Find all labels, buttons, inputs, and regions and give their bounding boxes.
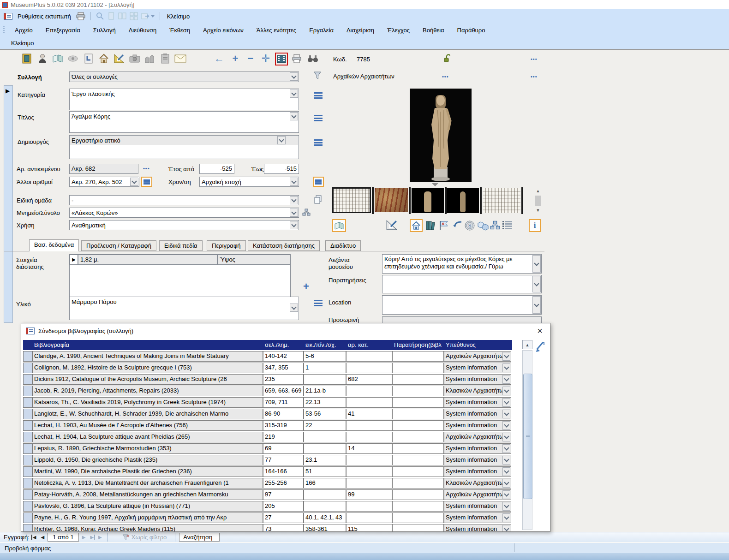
category-detail-icon[interactable] [314, 92, 323, 99]
row-selector[interactable] [23, 351, 32, 362]
cell-catalog[interactable] [346, 351, 392, 362]
cell-catalog[interactable] [346, 363, 392, 373]
goto-record-icon[interactable]: ✛ [260, 53, 272, 65]
cell-pages[interactable]: 73 [263, 524, 304, 532]
back-arrow-icon[interactable]: ← [213, 53, 225, 65]
cell-note[interactable] [392, 466, 444, 477]
dropdown-button[interactable] [532, 296, 541, 314]
dialog-table-scrollbar[interactable]: ▲ [522, 340, 532, 530]
cell-pages[interactable]: 347, 355 [263, 363, 304, 373]
scroll-thumb[interactable] [535, 196, 541, 206]
row-selector[interactable] [23, 386, 32, 396]
unlock-icon[interactable] [443, 54, 450, 63]
table-row[interactable]: Pavlovski, G. 1896, La Sculpture attique… [23, 501, 512, 512]
menu-item[interactable]: Επεξεργασία [39, 25, 87, 36]
last-record-button[interactable]: ▶ [89, 535, 95, 540]
dimension-row-selector[interactable]: ▶ [70, 255, 78, 265]
list-icon[interactable] [502, 220, 513, 230]
cell-note[interactable] [392, 397, 444, 408]
delete-record-icon[interactable]: − [245, 53, 257, 65]
dialog-title-bar[interactable]: Σύνδεσμοι βιβλιογραφίας (συλλογή) × [21, 323, 550, 338]
cell-responsible[interactable]: System information [444, 466, 511, 477]
cell-catalog[interactable] [346, 478, 392, 489]
header-note[interactable]: Παρατήρηση(βιβλ [392, 340, 444, 350]
cell-note[interactable] [392, 374, 444, 385]
close-button[interactable]: Κλείσιμο [165, 12, 192, 21]
year-to-field[interactable]: -515 [264, 164, 299, 174]
cell-catalog[interactable]: 682 [346, 374, 392, 385]
dropdown-button[interactable] [290, 178, 298, 186]
row-selector[interactable] [23, 466, 32, 477]
scroll-up-button[interactable]: ▲ [522, 340, 532, 349]
monument-combobox[interactable]: «Λάκκος Κορών» [69, 208, 299, 218]
cell-pages[interactable]: 255-256 [263, 478, 304, 489]
cell-pages[interactable]: 77 [263, 455, 304, 465]
cell-note[interactable] [392, 443, 444, 454]
object-number-ellipsis[interactable]: ••• [143, 166, 150, 171]
thumbnail-manuscript-selected[interactable] [332, 187, 371, 213]
dropdown-button[interactable] [502, 456, 510, 465]
table-row[interactable]: Collignon, M. 1892, Histoire de la Sculp… [23, 363, 512, 373]
menu-item[interactable]: Έκθεση [163, 25, 197, 36]
cell-responsible[interactable]: System information [444, 397, 511, 408]
cell-catalog[interactable] [346, 466, 392, 477]
image-archive-icon[interactable] [332, 219, 346, 232]
cell-bibliography[interactable]: Payne, H., G. R. Young 1997, Αρχαϊκή μαρ… [32, 512, 263, 523]
cell-responsible[interactable]: Αρχαϊκών Αρχαιοτήτων [444, 489, 511, 500]
row-selector[interactable] [23, 524, 32, 532]
row-selector[interactable] [23, 432, 32, 442]
add-record-icon[interactable]: + [229, 53, 241, 65]
thumbnail-statue-front[interactable] [412, 188, 444, 213]
tab-description[interactable]: Περιγραφή [207, 240, 246, 251]
cell-note[interactable] [392, 478, 444, 489]
material-combobox[interactable]: Μάρμαρο Πάρου [69, 297, 299, 320]
cell-figures[interactable]: 51 [304, 466, 346, 477]
row-selector[interactable] [23, 455, 32, 465]
other-numbers-combobox[interactable]: Ακρ. 270, Ακρ. 502 [69, 177, 139, 187]
cell-figures[interactable]: 22.13 [304, 397, 346, 408]
department-ellipsis-button-2[interactable]: ••• [531, 74, 538, 79]
cell-note[interactable] [392, 386, 444, 396]
title-combobox[interactable]: Άγαλμα Κόρης [69, 111, 299, 133]
cell-note[interactable] [392, 420, 444, 431]
table-row[interactable]: Lepsius, R. 1890, Griechische Marmorstud… [23, 443, 512, 454]
row-selector[interactable] [23, 363, 32, 373]
thumbnail-scrollbar[interactable]: ▲ ▼ [534, 187, 542, 215]
header-catalog[interactable]: αρ. κατ. [346, 340, 392, 350]
menu-item[interactable]: Διαχείριση [340, 25, 381, 36]
new-record-button[interactable]: ▶ [97, 535, 103, 540]
row-selector[interactable] [23, 501, 32, 512]
coin-icon[interactable]: S [464, 220, 475, 231]
cell-bibliography[interactable]: Martini, W. 1990, Die archaische Plastik… [32, 466, 263, 477]
cell-responsible[interactable]: Αρχαϊκών Αρχαιοτήτων [444, 351, 511, 362]
row-selector[interactable] [23, 409, 32, 419]
caption-combobox[interactable]: Κόρη/ Από τις μεγαλύτερες σε μέγεθος Κόρ… [382, 254, 542, 274]
other-numbers-detail-icon[interactable] [141, 177, 152, 187]
table-row[interactable]: Lechat, H. 1904, La Sculpture attique av… [23, 432, 512, 442]
object-number-field[interactable]: Ακρ. 682 [69, 164, 138, 174]
table-row[interactable]: Patay-Horváth, A. 2008, Metallanstückung… [23, 489, 512, 500]
books-icon[interactable] [425, 220, 436, 231]
cell-pages[interactable]: 140-142 [263, 351, 304, 362]
row-selector[interactable] [23, 478, 32, 489]
dimension-value-cell[interactable]: 1,82 μ. [78, 255, 217, 265]
tab-basic-data[interactable]: Βασ. δεδομένα [29, 239, 79, 251]
cell-figures[interactable]: 40.1, 42.1, 43 [304, 512, 346, 523]
cell-bibliography[interactable]: Lechat, H. 1904, La Sculpture attique av… [32, 432, 263, 442]
cell-catalog[interactable]: 99 [346, 489, 392, 500]
dimension-type-cell[interactable]: Ύψος [217, 255, 290, 265]
table-row[interactable]: Claridge, A. 1990, Ancient Techniques of… [23, 351, 512, 362]
printer-icon[interactable] [76, 12, 85, 20]
cell-responsible[interactable]: Αρχαϊκών Αρχαιοτήτων [444, 432, 511, 442]
cell-figures[interactable] [304, 374, 346, 385]
first-record-button[interactable]: ◀ [31, 535, 38, 540]
toolbar-drag-handle[interactable] [3, 26, 5, 34]
table-row[interactable]: Lippold, G. 1950, Die griechische Plasti… [23, 455, 512, 465]
set-square-link-icon[interactable] [386, 220, 398, 231]
cell-responsible[interactable]: Κλασικών Αρχαιοτήτων [444, 386, 511, 396]
dropdown-button[interactable] [290, 304, 298, 312]
form-icon[interactable] [4, 13, 12, 20]
filter-funnel-icon[interactable] [314, 71, 321, 80]
cell-bibliography[interactable]: Claridge, A. 1990, Ancient Techniques of… [32, 351, 263, 362]
dropdown-button[interactable] [290, 209, 298, 217]
